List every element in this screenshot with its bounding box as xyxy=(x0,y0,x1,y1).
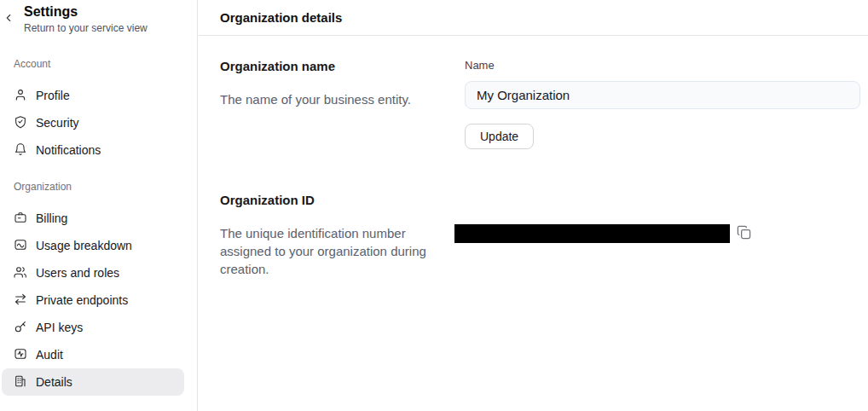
sidebar-item-billing[interactable]: Billing xyxy=(2,205,184,232)
key-icon xyxy=(14,320,27,336)
arrows-swap-icon xyxy=(14,292,27,309)
organization-id-info: Organization ID The unique identificatio… xyxy=(220,191,443,278)
main-panel: Organization details Organization name T… xyxy=(199,0,868,411)
users-icon xyxy=(14,265,27,281)
account-nav: Profile Security Notifications xyxy=(0,82,197,164)
sidebar-item-audit[interactable]: Audit xyxy=(2,341,184,368)
sidebar-item-notifications[interactable]: Notifications xyxy=(2,136,184,164)
copy-button[interactable] xyxy=(736,226,751,241)
sidebar-subtitle: Return to your service view xyxy=(24,22,197,35)
sidebar-item-private-endpoints[interactable]: Private endpoints xyxy=(2,287,184,314)
back-button[interactable] xyxy=(1,11,16,26)
activity-square-icon xyxy=(14,347,27,363)
sidebar-item-label: Private endpoints xyxy=(36,293,128,307)
organization-name-input[interactable] xyxy=(465,81,860,109)
organization-id-description: The unique identification number assigne… xyxy=(220,224,443,278)
sidebar-item-profile[interactable]: Profile xyxy=(2,82,184,109)
organization-name-description: The name of your business entity. xyxy=(220,90,443,108)
organization-id-value-area xyxy=(465,191,868,278)
copy-icon xyxy=(737,225,751,242)
organization-name-info: Organization name The name of your busin… xyxy=(220,57,443,149)
sidebar-item-label: API keys xyxy=(36,321,83,334)
sidebar-item-api-keys[interactable]: API keys xyxy=(2,314,184,341)
bell-icon xyxy=(14,142,27,159)
chart-wave-icon xyxy=(14,238,27,254)
briefcase-icon xyxy=(14,211,27,227)
sidebar-item-users-and-roles[interactable]: Users and roles xyxy=(2,259,184,287)
user-icon xyxy=(14,88,27,104)
sidebar-item-label: Details xyxy=(36,375,72,389)
building-icon xyxy=(14,374,27,391)
sidebar-item-label: Profile xyxy=(36,89,70,102)
chevron-left-icon xyxy=(3,12,14,26)
sidebar-item-label: Users and roles xyxy=(36,266,119,280)
organization-name-section: Organization name The name of your busin… xyxy=(220,57,868,149)
sidebar-item-usage-breakdown[interactable]: Usage breakdown xyxy=(2,232,184,259)
settings-sidebar: Settings Return to your service view Acc… xyxy=(0,0,198,411)
sidebar-item-label: Audit xyxy=(36,348,63,362)
update-button[interactable]: Update xyxy=(465,124,534,149)
sidebar-item-security[interactable]: Security xyxy=(2,109,184,136)
organization-id-heading: Organization ID xyxy=(220,193,443,208)
sidebar-item-label: Notifications xyxy=(36,143,101,157)
organization-id-section: Organization ID The unique identificatio… xyxy=(220,191,868,278)
sidebar-item-label: Security xyxy=(36,116,79,130)
name-field-label: Name xyxy=(465,59,495,72)
organization-id-row xyxy=(454,224,868,243)
main-content: Organization name The name of your busin… xyxy=(199,57,868,278)
page-title: Organization details xyxy=(220,10,342,25)
sidebar-item-label: Billing xyxy=(36,211,67,225)
organization-nav: Billing Usage breakdown Users and roles … xyxy=(0,205,197,396)
organization-name-heading: Organization name xyxy=(220,59,443,74)
shield-check-icon xyxy=(14,115,27,131)
sidebar-header: Settings Return to your service view xyxy=(0,0,197,35)
organization-id-redacted-value xyxy=(454,224,730,243)
section-label-account: Account xyxy=(14,58,197,70)
organization-name-form: Name Update xyxy=(465,57,868,149)
sidebar-item-label: Usage breakdown xyxy=(36,239,132,252)
sidebar-item-details[interactable]: Details xyxy=(2,368,184,396)
section-label-organization: Organization xyxy=(14,181,197,193)
main-header: Organization details xyxy=(199,0,868,36)
sidebar-title: Settings xyxy=(24,3,197,20)
